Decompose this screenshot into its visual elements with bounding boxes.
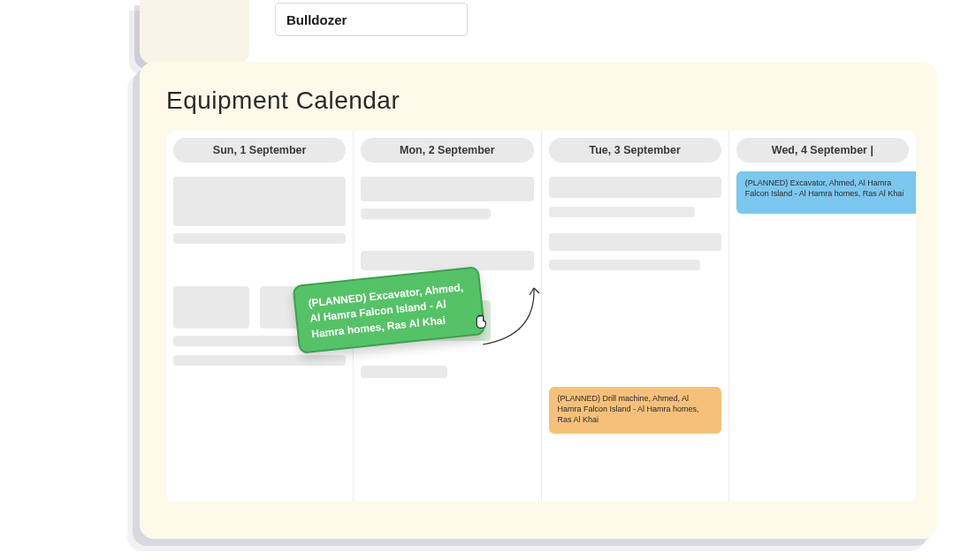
- column-body: (PLANNED) Drill machine, Ahmed, Al Hamra…: [542, 171, 728, 502]
- placeholder-block: [549, 177, 721, 198]
- calendar-event-planned-drill[interactable]: (PLANNED) Drill machine, Ahmed, Al Hamra…: [549, 387, 721, 434]
- day-header: Sun, 1 September: [173, 138, 346, 163]
- day-header: Tue, 3 September: [549, 138, 721, 163]
- equipment-name-value: Bulldozer: [286, 12, 347, 27]
- column-body: (PLANNED) Excavator, Ahmed, Al Hamra Fal…: [729, 171, 916, 502]
- calendar-title: Equipment Calendar: [166, 87, 916, 115]
- placeholder-block: [361, 366, 447, 378]
- placeholder-block: [549, 260, 701, 270]
- event-text: (PLANNED) Drill machine, Ahmed, Al Hamra…: [558, 394, 699, 424]
- grab-cursor-icon: [472, 310, 492, 329]
- placeholder-block: [361, 177, 533, 201]
- placeholder-block: [173, 355, 346, 366]
- calendar-event-planned-excavator-wed[interactable]: (PLANNED) Excavator, Ahmed, Al Hamra Fal…: [736, 171, 916, 214]
- day-header: Wed, 4 September |: [736, 138, 909, 163]
- equipment-name-field[interactable]: Bulldozer: [275, 3, 468, 36]
- calendar-grid: Sun, 1 September Mon, 2 September: [166, 131, 916, 502]
- placeholder-block: [173, 233, 346, 244]
- placeholder-block: [361, 251, 533, 270]
- placeholder-block: [173, 177, 346, 226]
- day-header: Mon, 2 September: [361, 138, 533, 163]
- event-text: (PLANNED) Excavator, Ahmed, Al Hamra Fal…: [745, 178, 904, 198]
- placeholder-block: [173, 286, 249, 329]
- placeholder-block: [361, 208, 490, 219]
- calendar-column-wednesday[interactable]: Wed, 4 September | (PLANNED) Excavator, …: [729, 131, 916, 502]
- equipment-calendar-panel: Equipment Calendar Sun, 1 September Mon,…: [140, 62, 937, 539]
- placeholder-block: [549, 207, 696, 217]
- background-panel-accent: [140, 0, 249, 64]
- event-text: (PLANNED) Excavator, Ahmed, Al Hamra Fal…: [308, 281, 464, 340]
- calendar-column-tuesday[interactable]: Tue, 3 September (PLANNED) Drill machine…: [542, 131, 729, 502]
- placeholder-block: [549, 233, 721, 251]
